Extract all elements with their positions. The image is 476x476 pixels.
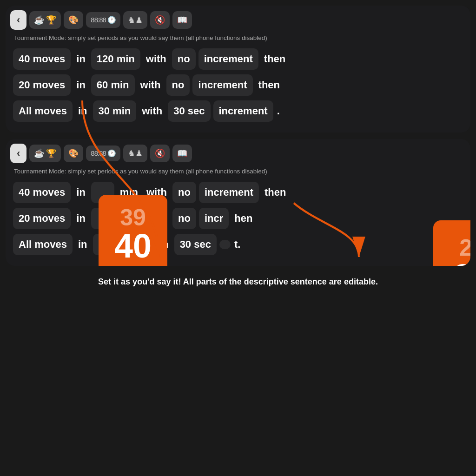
top-with-1: with — [143, 48, 169, 70]
top-panel: ‹ ☕ 🏆 🎨 88:88 🕐 ♞♟ 🔇 📖 Tournament Mode: … — [6, 6, 470, 132]
top-in-2: in — [73, 74, 88, 96]
top-in-3: in — [75, 100, 90, 122]
coffee-icon-2: ☕ — [34, 148, 44, 159]
top-period-rows: 40 moves in 120 min with no increment th… — [6, 46, 470, 124]
bot-in-3: in — [75, 234, 90, 255]
top-moves-3[interactable]: All moves — [13, 100, 73, 122]
spinner-2-value: 30 — [454, 259, 470, 266]
footer-text: Set it as you'd say it! All parts of the… — [91, 272, 385, 289]
chess-icon: ♞♟ — [128, 15, 143, 25]
bottom-toolbar: ‹ ☕ 🏆 🎨 88:88 🕐 ♞♟ 🔇 📖 — [6, 139, 470, 168]
subtitle-bottom: Tournament Mode: simply set periods as y… — [6, 168, 470, 179]
clock-button-2[interactable]: 88:88 🕐 — [86, 145, 120, 161]
top-toolbar: ‹ ☕ 🏆 🎨 88:88 🕐 ♞♟ 🔇 📖 — [6, 6, 470, 34]
top-inc-3[interactable]: increment — [213, 100, 273, 122]
top-inc-prefix-3[interactable]: 30 sec — [168, 100, 210, 122]
chess-icon-2: ♞♟ — [128, 148, 143, 159]
mute-button[interactable]: 🔇 — [150, 11, 170, 29]
bottom-period-rows: 40 moves in min with no increment then 2… — [6, 179, 470, 258]
chess-button-2[interactable]: ♞♟ — [123, 145, 147, 162]
coffee-trophy-button[interactable]: ☕ 🏆 — [29, 11, 61, 29]
top-dot-3: . — [276, 100, 281, 122]
trophy-icon: 🏆 — [46, 15, 56, 25]
bot-in-2: in — [73, 208, 88, 229]
bottom-period-row-1: 40 moves in min with no increment then — [7, 179, 469, 205]
bot-timeunit-3: min — [119, 234, 143, 255]
top-with-2: with — [138, 74, 164, 96]
help-icon: 📖 — [177, 15, 187, 25]
bot-moves-3[interactable]: All moves — [13, 234, 73, 255]
bot-inc-prefix-1[interactable]: no — [172, 182, 196, 203]
top-then-2: then — [256, 74, 283, 96]
bot-time-2[interactable] — [91, 208, 114, 229]
help-button[interactable]: 📖 — [172, 11, 192, 29]
chess-button[interactable]: ♞♟ — [123, 11, 147, 29]
top-inc-2[interactable]: increment — [192, 74, 252, 96]
bot-dot-3: t. — [233, 234, 241, 255]
palette-icon: 🎨 — [68, 15, 79, 25]
mute-button-2[interactable]: 🔇 — [150, 145, 170, 162]
top-then-1: then — [261, 48, 288, 70]
bot-with-1: with — [144, 182, 170, 203]
top-inc-1[interactable]: increment — [198, 48, 258, 70]
spinner-1-below: 45 — [120, 263, 146, 266]
bot-in-1: in — [73, 182, 88, 203]
top-inc-prefix-1[interactable]: no — [172, 48, 196, 70]
bot-timeunit-2: min — [117, 208, 141, 229]
palette-button-2[interactable]: 🎨 — [64, 145, 83, 162]
clock-icon-2: 88:88 🕐 — [91, 149, 116, 158]
bot-inc-prefix-3[interactable]: 30 sec — [174, 234, 217, 255]
bot-inc-1[interactable]: increment — [199, 182, 259, 203]
top-moves-1[interactable]: 40 moves — [13, 48, 71, 70]
help-icon-2: 📖 — [177, 148, 187, 159]
bot-inc-prefix-2[interactable]: no — [172, 208, 196, 229]
clock-icon: 88:88 🕐 — [91, 16, 116, 24]
trophy-icon-2: 🏆 — [46, 148, 56, 159]
bot-timeunit-1: min — [117, 182, 141, 203]
bot-moves-2[interactable]: 20 moves — [13, 208, 71, 229]
bot-then-2: hen — [231, 208, 255, 229]
top-period-row-2: 20 moves in 60 min with no increment the… — [7, 72, 469, 98]
top-in-1: in — [73, 48, 88, 70]
top-time-3[interactable]: 30 min — [93, 100, 137, 122]
bot-with-3: with — [145, 234, 172, 255]
back-button-2[interactable]: ‹ — [10, 144, 26, 163]
top-with-3: with — [139, 100, 165, 122]
bot-with-2: with — [144, 208, 170, 229]
mute-icon: 🔇 — [155, 15, 165, 25]
bot-then-1: then — [262, 182, 289, 203]
palette-icon-2: 🎨 — [68, 148, 79, 159]
bottom-panel: ‹ ☕ 🏆 🎨 88:88 🕐 ♞♟ 🔇 📖 Tournament Mode: … — [6, 139, 470, 266]
top-time-1[interactable]: 120 min — [91, 48, 140, 70]
clock-button[interactable]: 88:88 🕐 — [86, 12, 120, 28]
help-button-2[interactable]: 📖 — [172, 145, 192, 162]
mute-icon-2: 🔇 — [155, 148, 165, 159]
bot-inc-3[interactable] — [219, 240, 231, 249]
bottom-period-row-3: All moves in min with 30 sec t. — [7, 231, 469, 258]
coffee-trophy-button-2[interactable]: ☕ 🏆 — [29, 145, 61, 162]
subtitle-top: Tournament Mode: simply set periods as y… — [6, 34, 470, 46]
coffee-icon: ☕ — [34, 15, 44, 25]
top-period-row-1: 40 moves in 120 min with no increment th… — [7, 46, 469, 72]
bottom-period-row-2: 20 moves in min with no incr hen — [7, 205, 469, 231]
bot-moves-1[interactable]: 40 moves — [13, 182, 71, 203]
top-time-2[interactable]: 60 min — [91, 74, 135, 96]
back-button[interactable]: ‹ — [10, 10, 26, 30]
top-moves-2[interactable]: 20 moves — [13, 74, 71, 96]
top-inc-prefix-2[interactable]: no — [166, 74, 190, 96]
bot-inc-2[interactable]: incr — [199, 208, 229, 229]
bot-time-1[interactable] — [91, 182, 114, 203]
bot-time-3[interactable] — [93, 234, 116, 255]
top-period-row-3: All moves in 30 min with 30 sec incremen… — [7, 98, 469, 124]
palette-button[interactable]: 🎨 — [64, 11, 83, 29]
